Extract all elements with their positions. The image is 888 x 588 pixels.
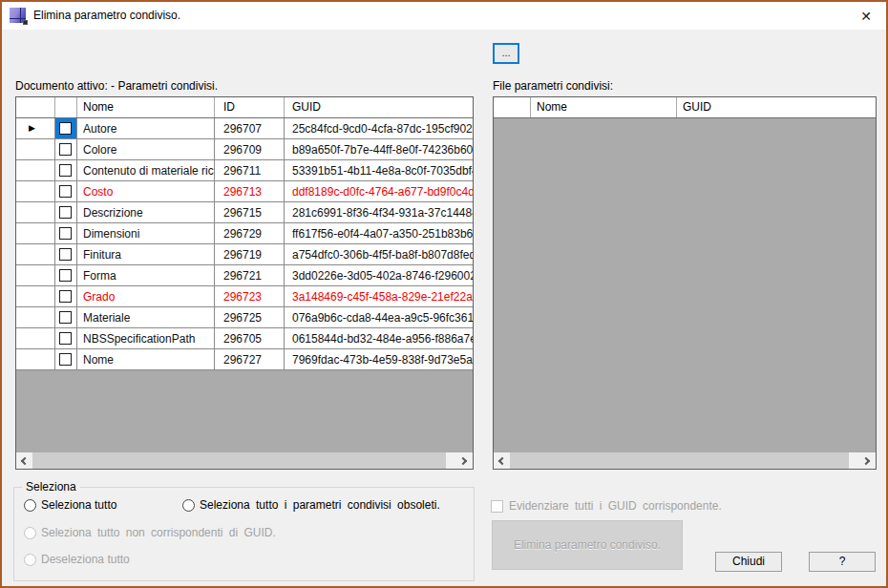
cell-id[interactable]: 296713 (215, 181, 285, 201)
cell-nome[interactable]: NBSSpecificationPath (77, 328, 215, 348)
radio-seleziona-tutto[interactable]: Seleziona tutto (24, 498, 116, 512)
cell-nome[interactable]: Colore (77, 139, 215, 159)
cell-nome[interactable]: Descrizione (77, 202, 215, 222)
cell-nome[interactable]: Grado (77, 286, 215, 306)
cell-nome[interactable]: Costo (77, 181, 215, 201)
chiudi-button[interactable]: Chiudi (715, 552, 782, 572)
column-header-nome[interactable]: Nome (77, 97, 215, 117)
row-checkbox-cell[interactable] (55, 160, 77, 180)
cell-guid[interactable]: 076a9b6c-cda8-44ea-a9c5-96fc3614b... (285, 307, 473, 327)
row-header-cell[interactable] (16, 265, 55, 285)
checkbox-icon[interactable] (59, 185, 72, 198)
cell-guid[interactable]: ff617f56-e0f4-4a07-a350-251b83b6a0df (285, 223, 473, 243)
cell-id[interactable]: 296711 (215, 160, 285, 180)
row-header-cell[interactable] (16, 244, 55, 264)
row-checkbox-cell[interactable] (55, 349, 77, 369)
row-header-cell[interactable] (16, 160, 55, 180)
radio-icon[interactable] (24, 499, 36, 512)
cell-guid[interactable]: 3dd0226e-3d05-402a-8746-f29600267... (285, 265, 473, 285)
cell-guid[interactable]: 53391b51-4b11-4e8a-8c0f-7035dbf45... (285, 160, 473, 180)
table-row[interactable]: Costo296713ddf8189c-d0fc-4764-a677-bd9f0… (16, 181, 473, 202)
horizontal-scrollbar[interactable] (494, 452, 876, 469)
column-header-nome[interactable]: Nome (531, 97, 677, 117)
table-row[interactable]: Dimensioni296729ff617f56-e0f4-4a07-a350-… (16, 223, 473, 244)
close-icon[interactable]: ✕ (856, 7, 876, 26)
cell-nome[interactable]: Contenuto di materiale ricicl... (77, 160, 215, 180)
cell-id[interactable]: 296719 (215, 244, 285, 264)
cell-id[interactable]: 296705 (215, 328, 285, 348)
row-checkbox-cell[interactable] (55, 139, 77, 159)
checkbox-icon[interactable] (59, 164, 72, 177)
table-row[interactable]: Forma2967213dd0226e-3d05-402a-8746-f2960… (16, 265, 473, 286)
cell-id[interactable]: 296729 (215, 223, 285, 243)
checkbox-icon[interactable] (59, 143, 72, 156)
cell-guid[interactable]: ddf8189c-d0fc-4764-a677-bd9f0c4d6a... (285, 181, 473, 201)
table-row[interactable]: Contenuto di materiale ricicl...29671153… (16, 160, 473, 181)
cell-id[interactable]: 296725 (215, 307, 285, 327)
checkbox-icon[interactable] (59, 227, 72, 240)
cell-guid[interactable]: 25c84fcd-9cd0-4cfa-87dc-195cf9029c... (285, 118, 473, 138)
scroll-left-icon[interactable] (16, 452, 32, 469)
checkbox-icon[interactable] (59, 332, 72, 345)
table-row[interactable]: Descrizione296715281c6991-8f36-4f34-931a… (16, 202, 473, 223)
checkbox-column-header[interactable] (55, 97, 77, 117)
column-header-guid[interactable]: GUID (285, 97, 473, 117)
cell-guid[interactable]: 281c6991-8f36-4f34-931a-37c14484e... (285, 202, 473, 222)
checkbox-icon[interactable] (59, 248, 72, 261)
row-header-cell[interactable] (16, 181, 55, 201)
cell-id[interactable]: 296727 (215, 349, 285, 369)
row-checkbox-cell[interactable] (55, 118, 77, 138)
table-row[interactable]: ▶Autore29670725c84fcd-9cd0-4cfa-87dc-195… (16, 118, 473, 139)
table-row[interactable]: Colore296709b89a650f-7b7e-44ff-8e0f-7423… (16, 139, 473, 160)
row-header-cell[interactable] (16, 328, 55, 348)
cell-nome[interactable]: Nome (77, 349, 215, 369)
cell-id[interactable]: 296709 (215, 139, 285, 159)
row-header-cell[interactable] (16, 307, 55, 327)
cell-nome[interactable]: Autore (77, 118, 215, 138)
cell-guid[interactable]: 0615844d-bd32-484e-a956-f886a7e3f... (285, 328, 473, 348)
table-row[interactable]: Finitura296719a754dfc0-306b-4f5f-ba8f-b8… (16, 244, 473, 265)
checkbox-icon[interactable] (59, 122, 72, 135)
checkbox-icon[interactable] (59, 311, 72, 324)
cell-nome[interactable]: Forma (77, 265, 215, 285)
row-checkbox-cell[interactable] (55, 244, 77, 264)
radio-seleziona-obsoleti[interactable]: Seleziona tutto i parametri condivisi ob… (182, 498, 440, 512)
cell-id[interactable]: 296723 (215, 286, 285, 306)
row-header-cell[interactable]: ▶ (16, 118, 55, 138)
horizontal-scrollbar[interactable] (16, 452, 473, 469)
column-header-guid[interactable]: GUID (677, 97, 876, 117)
checkbox-icon[interactable] (59, 353, 72, 366)
cell-guid[interactable]: 7969fdac-473b-4e59-838f-9d73e5a74... (285, 349, 473, 369)
row-header-cell[interactable] (16, 202, 55, 222)
radio-icon[interactable] (182, 499, 195, 512)
cell-id[interactable]: 296721 (215, 265, 285, 285)
cell-nome[interactable]: Materiale (77, 307, 215, 327)
row-checkbox-cell[interactable] (55, 265, 77, 285)
row-checkbox-cell[interactable] (55, 328, 77, 348)
scroll-right-icon[interactable] (456, 452, 473, 469)
row-checkbox-cell[interactable] (55, 286, 77, 306)
cell-nome[interactable]: Dimensioni (77, 223, 215, 243)
table-row[interactable]: NBSSpecificationPath2967050615844d-bd32-… (16, 328, 473, 349)
row-header-cell[interactable] (16, 223, 55, 243)
cell-id[interactable]: 296715 (215, 202, 285, 222)
checkbox-icon[interactable] (59, 290, 72, 303)
row-header-cell[interactable] (16, 139, 55, 159)
scrollbar-thumb[interactable] (510, 452, 849, 469)
cell-guid[interactable]: a754dfc0-306b-4f5f-ba8f-b807d8fed5f6 (285, 244, 473, 264)
help-button[interactable]: ? (809, 552, 876, 572)
row-checkbox-cell[interactable] (55, 307, 77, 327)
row-checkbox-cell[interactable] (55, 223, 77, 243)
cell-guid[interactable]: b89a650f-7b7e-44ff-8e0f-74236b609694 (285, 139, 473, 159)
column-header-id[interactable]: ID (215, 97, 285, 117)
table-row[interactable]: Nome2967277969fdac-473b-4e59-838f-9d73e5… (16, 349, 473, 370)
title-bar[interactable]: Elimina parametro condiviso. ✕ (2, 2, 886, 30)
scroll-left-icon[interactable] (494, 452, 510, 469)
scrollbar-thumb[interactable] (32, 452, 446, 469)
row-checkbox-cell[interactable] (55, 202, 77, 222)
checkbox-icon[interactable] (59, 206, 72, 219)
cell-id[interactable]: 296707 (215, 118, 285, 138)
browse-button[interactable]: ... (493, 43, 519, 64)
cell-nome[interactable]: Finitura (77, 244, 215, 264)
scroll-right-icon[interactable] (859, 452, 876, 469)
